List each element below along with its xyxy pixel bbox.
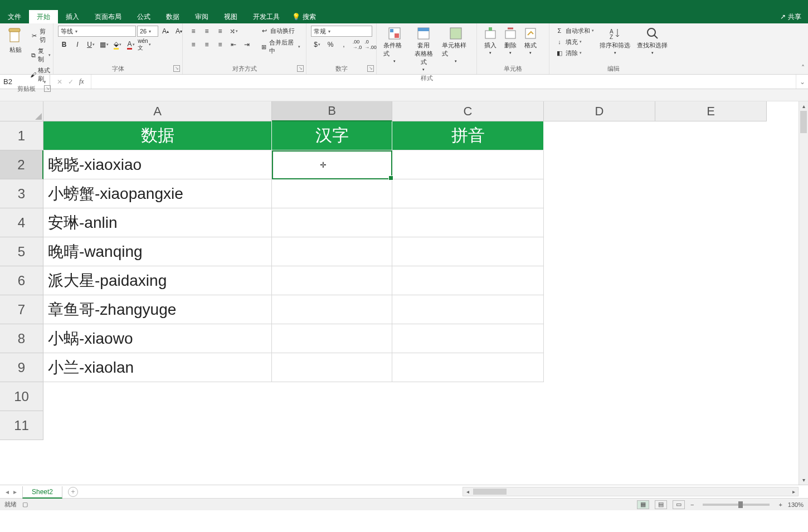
merge-center-button[interactable]: ⊞合并后居中▾ (259, 38, 301, 56)
vertical-scrollbar[interactable]: ▴ ▾ (799, 101, 808, 485)
italic-button[interactable]: I (71, 39, 84, 50)
row-header-8[interactable]: 8 (0, 324, 43, 353)
row-header-10[interactable]: 10 (0, 382, 43, 411)
view-normal-button[interactable]: ▦ (637, 500, 649, 509)
tab-home[interactable]: 开始 (29, 10, 58, 23)
align-left-button[interactable]: ≡ (187, 39, 199, 50)
zoom-out-button[interactable]: − (690, 501, 694, 508)
column-header-C[interactable]: C (392, 101, 544, 121)
sort-filter-button[interactable]: AZ排序和筛选▾ (597, 26, 632, 56)
align-middle-button[interactable]: ≡ (201, 26, 213, 37)
number-format-select[interactable]: 常规▾ (311, 26, 372, 37)
autosum-button[interactable]: Σ自动求和▾ (554, 26, 595, 36)
align-center-button[interactable]: ≡ (201, 39, 213, 50)
align-right-button[interactable]: ≡ (214, 39, 226, 50)
cell-A8[interactable]: 小蜗-xiaowo (43, 324, 272, 353)
view-page-layout-button[interactable]: ▤ (655, 500, 667, 509)
cell-B5[interactable] (272, 237, 392, 266)
insert-cells-button[interactable]: 插入▾ (481, 26, 499, 56)
cell-C3[interactable] (392, 179, 544, 208)
wrap-text-button[interactable]: ↩自动换行 (259, 26, 301, 36)
border-button[interactable]: ▦▾ (98, 39, 110, 50)
spreadsheet-grid[interactable]: ABCDE 1234567891011 数据汉字拼音晓晓-xiaoxiao小螃蟹… (0, 101, 808, 485)
bold-button[interactable]: B (58, 39, 70, 50)
cut-button[interactable]: ✂剪切 (29, 27, 52, 45)
dialog-launcher[interactable]: ↘ (367, 65, 374, 72)
expand-formula-bar-button[interactable]: ⌄ (796, 75, 808, 89)
cell-A5[interactable]: 晚晴-wanqing (43, 237, 272, 266)
cell-B4[interactable] (272, 208, 392, 237)
format-table-button[interactable]: 套用 表格格式▾ (410, 26, 437, 73)
horizontal-scrollbar[interactable]: ◂ ▸ (463, 487, 799, 496)
column-header-D[interactable]: D (544, 101, 655, 121)
tab-insert[interactable]: 插入 (58, 10, 87, 23)
cell-A6[interactable]: 派大星-paidaxing (43, 266, 272, 295)
fill-color-button[interactable]: ⬙▾ (111, 39, 124, 50)
row-header-2[interactable]: 2 (0, 150, 43, 179)
search-box[interactable]: 💡 搜索 (288, 10, 316, 23)
share-button[interactable]: ↗ 共享 (773, 10, 808, 23)
tab-file[interactable]: 文件 (0, 10, 29, 23)
comma-button[interactable]: , (338, 39, 350, 50)
cell-B7[interactable] (272, 295, 392, 324)
font-color-button[interactable]: A▾ (125, 39, 137, 50)
tab-review[interactable]: 审阅 (187, 10, 216, 23)
fx-icon[interactable]: fx (79, 77, 84, 86)
increase-decimal-button[interactable]: .00→.0 (351, 39, 363, 50)
cancel-formula-icon[interactable]: ✕ (57, 78, 62, 86)
zoom-level[interactable]: 130% (788, 501, 804, 508)
scroll-up-button[interactable]: ▴ (799, 101, 808, 111)
scroll-down-button[interactable]: ▾ (799, 475, 808, 485)
row-header-6[interactable]: 6 (0, 266, 43, 295)
cell-B1[interactable]: 汉字 (272, 121, 392, 150)
select-all-corner[interactable] (0, 101, 43, 121)
cell-C1[interactable]: 拼音 (392, 121, 544, 150)
zoom-in-button[interactable]: + (778, 501, 782, 508)
cell-styles-button[interactable]: 单元格样式▾ (440, 26, 472, 65)
zoom-slider[interactable] (703, 504, 770, 506)
decrease-decimal-button[interactable]: .0→.00 (364, 39, 377, 50)
clear-button[interactable]: ◧清除▾ (554, 48, 595, 58)
view-page-break-button[interactable]: ▭ (673, 500, 685, 509)
cell-C9[interactable] (392, 353, 544, 382)
find-select-button[interactable]: 查找和选择▾ (635, 26, 670, 56)
cell-A3[interactable]: 小螃蟹-xiaopangxie (43, 179, 272, 208)
cell-C2[interactable] (392, 150, 544, 179)
row-header-5[interactable]: 5 (0, 237, 43, 266)
sheet-nav-first[interactable]: ◂ (6, 488, 9, 496)
cell-C4[interactable] (392, 208, 544, 237)
add-sheet-button[interactable]: ＋ (68, 487, 78, 497)
currency-button[interactable]: $▾ (311, 39, 323, 50)
cell-A9[interactable]: 小兰-xiaolan (43, 353, 272, 382)
tab-dev[interactable]: 开发工具 (245, 10, 288, 23)
sheet-nav-last[interactable]: ▸ (13, 488, 17, 496)
orientation-button[interactable]: ⤭▾ (227, 26, 240, 37)
scroll-left-button[interactable]: ◂ (463, 487, 472, 496)
column-header-B[interactable]: B (272, 101, 392, 121)
percent-button[interactable]: % (324, 39, 337, 50)
dialog-launcher[interactable]: ↘ (297, 65, 304, 72)
copy-button[interactable]: ⧉复制▾ (29, 46, 52, 64)
font-size-select[interactable]: 26▾ (137, 26, 158, 37)
cell-B8[interactable] (272, 324, 392, 353)
dialog-launcher[interactable]: ↘ (173, 65, 180, 72)
paste-button[interactable]: 粘贴 (4, 26, 27, 55)
cell-A7[interactable]: 章鱼哥-zhangyuge (43, 295, 272, 324)
cell-C7[interactable] (392, 295, 544, 324)
scroll-thumb[interactable] (800, 111, 807, 133)
delete-cells-button[interactable]: 删除▾ (502, 26, 519, 56)
row-header-11[interactable]: 11 (0, 411, 43, 440)
cell-A4[interactable]: 安琳-anlin (43, 208, 272, 237)
row-header-9[interactable]: 9 (0, 353, 43, 382)
row-header-3[interactable]: 3 (0, 179, 43, 208)
cell-C6[interactable] (392, 266, 544, 295)
tab-view[interactable]: 视图 (216, 10, 245, 23)
cell-C8[interactable] (392, 324, 544, 353)
tab-data[interactable]: 数据 (158, 10, 187, 23)
align-top-button[interactable]: ≡ (187, 26, 199, 37)
align-bottom-button[interactable]: ≡ (214, 26, 226, 37)
indent-decrease-button[interactable]: ⇤ (227, 39, 240, 50)
column-header-A[interactable]: A (43, 101, 272, 121)
cell-B9[interactable] (272, 353, 392, 382)
column-header-E[interactable]: E (655, 101, 767, 121)
